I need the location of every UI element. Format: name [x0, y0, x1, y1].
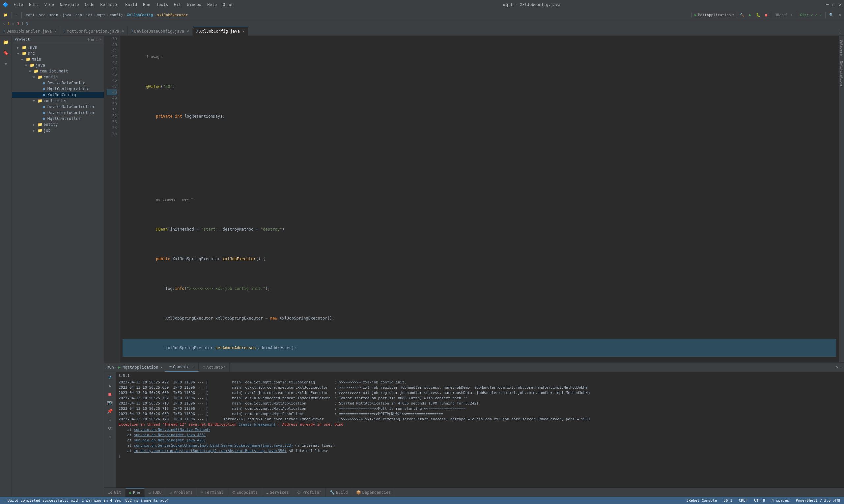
stack-link-4[interactable]: sun.nio.ch.ServerSocketChannelImpl.bind(…: [134, 444, 293, 448]
code-editor[interactable]: 39 40 41 42 43 44 45 46 47 48 49 50 51 5…: [104, 36, 844, 362]
tab-close-3[interactable]: ✕: [187, 29, 189, 33]
tree-devicedataconfig[interactable]: ● DeviceDataConfig: [12, 80, 104, 86]
tree-src[interactable]: ▼ 📁 src: [12, 50, 104, 56]
build-btn[interactable]: 🔨: [738, 12, 747, 18]
run-app-close[interactable]: ✕: [160, 365, 163, 370]
stack-link-5[interactable]: io.netty.bootstrap.AbstractBootstrap$2.r…: [134, 449, 287, 453]
bc-config[interactable]: config: [110, 13, 123, 17]
menu-run[interactable]: Run: [140, 2, 153, 7]
tab-close-2[interactable]: ✕: [122, 29, 124, 33]
sidebar-sort[interactable]: ⇅: [95, 37, 98, 41]
stop-btn[interactable]: ■: [763, 12, 770, 18]
console-screenshot-btn[interactable]: 📷: [106, 399, 114, 406]
tree-controller[interactable]: ▼ 📁 controller: [12, 98, 104, 104]
code-content[interactable]: 1 usage @Value("30") private int logRete…: [120, 36, 839, 362]
console-rerun-btn[interactable]: ↺: [107, 373, 112, 380]
error-count[interactable]: 3: [17, 22, 19, 26]
tree-java[interactable]: ▼ 📁 java: [12, 62, 104, 68]
activity-structure[interactable]: 🔖: [1, 48, 11, 58]
bc-java[interactable]: java: [62, 13, 71, 17]
console-filter-btn[interactable]: ≡: [107, 433, 112, 440]
tab-devicedataconfig[interactable]: J DeviceDataConfig.java ✕: [128, 27, 193, 36]
tab-close-4[interactable]: ✕: [243, 29, 245, 34]
bc-iot[interactable]: iot: [86, 13, 93, 17]
database-label[interactable]: Database: [839, 37, 844, 58]
menu-other[interactable]: Other: [220, 2, 237, 7]
bc-com[interactable]: com: [75, 13, 82, 17]
menu-build[interactable]: Build: [123, 2, 140, 7]
tree-job[interactable]: ▶ 📁 job: [12, 127, 104, 133]
bottom-tab-terminal[interactable]: ⌨ Terminal: [197, 488, 228, 497]
info-count[interactable]: 3: [26, 22, 28, 26]
minimize-button[interactable]: ─: [826, 2, 828, 7]
menu-view[interactable]: View: [42, 2, 57, 7]
git-branch-status[interactable]: PowerShell 7.3.0 月朔: [794, 498, 841, 503]
toolbar-project-btn[interactable]: 📁: [1, 12, 10, 18]
git-status-btn[interactable]: Git: ✓ ✓ ✓: [798, 12, 824, 18]
menu-help[interactable]: Help: [204, 2, 219, 7]
bottom-tab-dependencies[interactable]: 📦 Dependencies: [352, 488, 395, 497]
position-indicator[interactable]: 56:1: [722, 499, 734, 503]
bottom-tab-endpoints[interactable]: ⟲ Endpoints: [228, 488, 262, 497]
menu-edit[interactable]: Edit: [26, 2, 41, 7]
console-scroll-btn[interactable]: ↓: [107, 416, 112, 423]
console-minimize-btn[interactable]: ─: [839, 365, 841, 369]
console-output[interactable]: 3.5.1 2023-04-13 10:50:25.422 INFO 11396…: [116, 372, 844, 488]
bc-xxljob[interactable]: XxlJobConfig: [127, 13, 153, 17]
activity-project[interactable]: 📁: [1, 37, 11, 47]
console-up-btn[interactable]: ▲: [107, 382, 112, 389]
tree-deviceinfocontroller[interactable]: ● DeviceInfoController: [12, 110, 104, 115]
line-ending[interactable]: CRLF: [738, 499, 749, 503]
menu-file[interactable]: File: [11, 2, 26, 7]
bc-src[interactable]: src: [39, 13, 46, 17]
sidebar-settings[interactable]: ⚙: [87, 37, 90, 41]
console-tab-close[interactable]: ✕: [192, 365, 195, 369]
console-tab-console[interactable]: ≡ Console ✕: [165, 363, 199, 372]
menu-window[interactable]: Window: [184, 2, 204, 7]
sidebar-collapse[interactable]: ☰: [91, 37, 94, 41]
bottom-tab-todo[interactable]: ☑ TODO: [145, 488, 166, 497]
bottom-tab-problems[interactable]: ⚠ Problems: [166, 488, 197, 497]
console-tab-actuator[interactable]: ⚙ Actuator: [199, 363, 230, 372]
bottom-tab-services[interactable]: ☁ Services: [262, 488, 293, 497]
run-config-dropdown[interactable]: ▶ MqttApplication ▾: [692, 12, 737, 18]
bc-executor[interactable]: xxlJobExecutor: [157, 13, 188, 17]
tree-entity[interactable]: ▶ 📁 entity: [12, 122, 104, 127]
tree-main[interactable]: ▼ 📁 main: [12, 56, 104, 62]
menu-code[interactable]: Code: [82, 2, 97, 7]
bottom-tab-run[interactable]: ▶ Run: [126, 488, 145, 497]
menu-git[interactable]: Git: [171, 2, 184, 7]
search-btn[interactable]: 🔍: [827, 12, 836, 18]
console-settings-btn[interactable]: ⚙: [836, 365, 838, 369]
tree-xxljobconfig[interactable]: ● XxlJobConfig: [12, 92, 104, 98]
tree-mqttconfiguration[interactable]: ● MqttConfiguration: [12, 86, 104, 92]
sidebar-close[interactable]: ✕: [99, 37, 101, 41]
console-pin-btn[interactable]: 📌: [106, 408, 114, 415]
jrebel-console[interactable]: JRebel Console: [685, 499, 718, 503]
run-btn[interactable]: ▶: [747, 12, 753, 18]
tab-mqttconfiguration[interactable]: J MqttConfiguration.java ✕: [60, 27, 128, 36]
console-wrap-btn[interactable]: ⟳: [107, 425, 113, 432]
bottom-tab-git[interactable]: ⎇ Git: [104, 488, 126, 497]
tree-com-iot-mqtt[interactable]: ▼ 📁 com.iot.mqtt: [12, 68, 104, 74]
tab-demojobhandler[interactable]: J DemoJobHandler.java ✕: [0, 27, 60, 36]
menu-navigate[interactable]: Navigate: [57, 2, 82, 7]
bc-mqtt2[interactable]: mqtt: [97, 13, 106, 17]
bc-mqtt[interactable]: mqtt: [26, 13, 35, 17]
create-breakpoint-link[interactable]: Create breakpoint: [238, 422, 276, 427]
tree-mqttcontroller[interactable]: ● MqttController: [12, 115, 104, 122]
tab-more-btn[interactable]: ⋮: [837, 28, 844, 34]
tab-close-1[interactable]: ✕: [54, 29, 57, 33]
tree-mvn[interactable]: ▶ 📁 .mvn: [12, 44, 104, 50]
maximize-button[interactable]: □: [833, 2, 835, 7]
tree-devicedatacontroller[interactable]: ● DeviceDataController: [12, 104, 104, 110]
warning-count[interactable]: 1: [7, 22, 10, 26]
activity-bookmarks[interactable]: ★: [1, 58, 11, 68]
stack-link-1[interactable]: sun.nio.ch.Net.bind0(Native Method): [134, 428, 210, 432]
encoding[interactable]: UTF-8: [753, 499, 766, 503]
menu-tools[interactable]: Tools: [154, 2, 170, 7]
console-stop-btn[interactable]: ■: [107, 390, 112, 398]
tree-config[interactable]: ▼ 📁 config: [12, 74, 104, 80]
stack-link-2[interactable]: sun.nio.ch.Net.bind(Net.java:433): [134, 433, 206, 437]
stack-link-3[interactable]: sun.nio.ch.Net.bind(Net.java:425): [134, 438, 206, 443]
